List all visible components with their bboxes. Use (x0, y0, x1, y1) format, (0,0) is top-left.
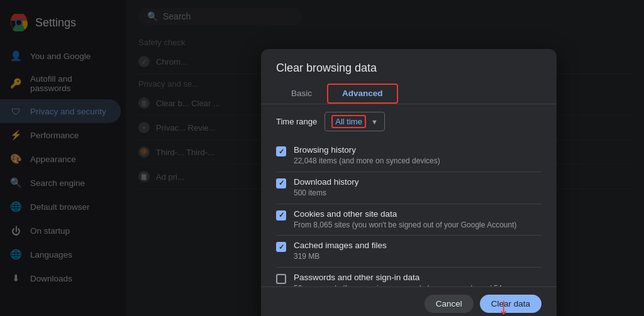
clear-data-button[interactable]: Clear data (480, 295, 541, 313)
checkbox-checked-icon[interactable]: ✓ (276, 146, 286, 156)
browsing-history-desc: 22,048 items (and more on synced devices… (294, 156, 541, 166)
checkbox-browsing-history[interactable]: ✓ (276, 146, 286, 156)
download-history-desc: 500 items (294, 188, 541, 199)
checkmark-icon: ✓ (279, 180, 284, 187)
time-range-value: All time (331, 115, 366, 128)
cancel-button[interactable]: Cancel (425, 295, 474, 313)
tab-advanced[interactable]: Advanced (327, 84, 398, 104)
time-range-label: Time range (276, 117, 317, 126)
checkbox-checked-icon[interactable]: ✓ (276, 210, 286, 221)
cookies-desc: From 8,065 sites (you won't be signed ou… (294, 220, 541, 231)
time-range-row: Time range All time ▼ (276, 112, 541, 131)
checkbox-row-cookies: ✓ Cookies and other site data From 8,065… (276, 204, 541, 236)
time-range-select[interactable]: All time ▼ (325, 112, 385, 131)
checkbox-unchecked-icon[interactable] (276, 274, 286, 284)
dialog-tabs: Basic Advanced (261, 84, 557, 104)
checkbox-row-browsing-history: ✓ Browsing history 22,048 items (and mor… (276, 140, 541, 172)
checkbox-checked-icon[interactable]: ✓ (276, 178, 286, 188)
dialog-content: Time range All time ▼ ✓ Browsing history… (261, 104, 557, 286)
passwords-label: Passwords and other sign-in data (294, 273, 541, 282)
checkbox-row-download-history: ✓ Download history 500 items (276, 172, 541, 204)
checkbox-checked-icon[interactable]: ✓ (276, 242, 286, 252)
dialog-title: Clear browsing data (276, 62, 377, 74)
checkbox-row-cached: ✓ Cached images and files 319 MB (276, 236, 541, 268)
checkbox-cached[interactable]: ✓ (276, 242, 286, 252)
cached-desc: 319 MB (294, 251, 541, 262)
checkbox-row-passwords: Passwords and other sign-in data 56 pass… (276, 268, 541, 286)
cookies-label: Cookies and other site data (294, 209, 541, 219)
browsing-history-label: Browsing history (294, 145, 541, 155)
cookies-text: Cookies and other site data From 8,065 s… (294, 209, 541, 231)
download-history-label: Download history (294, 177, 541, 187)
passwords-text: Passwords and other sign-in data 56 pass… (294, 273, 541, 286)
browsing-history-text: Browsing history 22,048 items (and more … (294, 145, 541, 166)
clear-browsing-data-dialog: Clear browsing data Basic Advanced Time … (261, 49, 557, 316)
checkbox-cookies[interactable]: ✓ (276, 210, 286, 221)
checkbox-passwords[interactable] (276, 274, 286, 284)
checkmark-icon: ✓ (279, 244, 284, 251)
checkbox-download-history[interactable]: ✓ (276, 178, 286, 188)
red-arrow-indicator: ↓ (497, 294, 509, 316)
tab-basic[interactable]: Basic (276, 84, 327, 104)
download-history-text: Download history 500 items (294, 177, 541, 199)
checkmark-icon: ✓ (279, 212, 284, 219)
checkmark-icon: ✓ (279, 148, 284, 155)
dialog-header: Clear browsing data (261, 49, 557, 84)
cached-label: Cached images and files (294, 241, 541, 250)
dropdown-arrow-icon: ▼ (371, 118, 378, 126)
cached-text: Cached images and files 319 MB (294, 241, 541, 262)
dialog-footer: Cancel Clear data ↓ (261, 286, 557, 316)
